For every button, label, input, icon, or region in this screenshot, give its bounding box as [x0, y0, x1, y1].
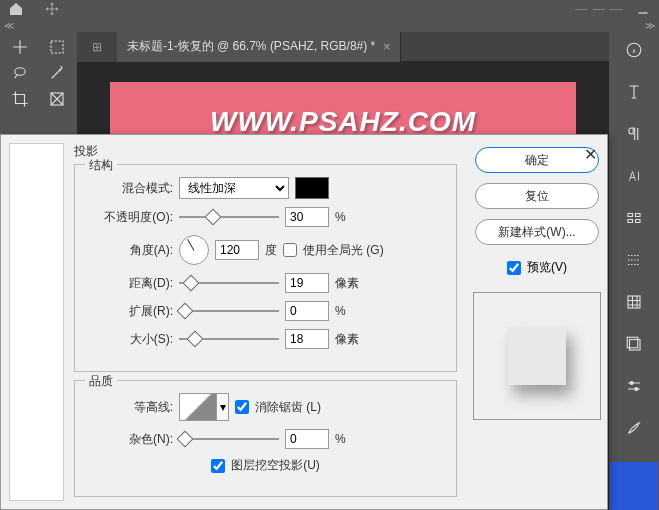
style-list[interactable] [9, 143, 64, 501]
move-cross-icon[interactable] [44, 1, 60, 17]
angle-dial[interactable] [179, 235, 209, 265]
angle-input[interactable] [215, 240, 259, 260]
structure-fieldset: 结构 混合模式: 线性加深 不透明度(O): % 角度(A): 度 [74, 164, 457, 372]
angle-unit: 度 [265, 242, 277, 259]
size-unit: 像素 [335, 331, 359, 348]
glyph-icon[interactable] [620, 162, 648, 190]
ok-button[interactable]: 确定 [475, 147, 599, 173]
wand-tool[interactable] [39, 60, 75, 86]
lasso-tool[interactable] [2, 60, 38, 86]
contour-label: 等高线: [85, 399, 173, 416]
noise-slider[interactable] [179, 432, 279, 446]
opacity-unit: % [335, 210, 346, 224]
spread-unit: % [335, 304, 346, 318]
svg-rect-13 [627, 337, 638, 348]
quality-fieldset: 品质 等高线: ▾ 消除锯齿 (L) 杂色(N): % [74, 380, 457, 497]
crop-tool[interactable] [2, 86, 38, 112]
paragraph-icon[interactable] [620, 120, 648, 148]
size-label: 大小(S): [85, 331, 173, 348]
blend-mode-label: 混合模式: [85, 180, 173, 197]
quality-label: 品质 [85, 373, 117, 390]
chevron-left-icon[interactable]: ≪ [4, 20, 14, 31]
new-style-button[interactable]: 新建样式(W)... [475, 219, 599, 245]
sub-header: ≪ ≫ [0, 18, 659, 32]
svg-rect-11 [628, 296, 640, 308]
minimize-icon[interactable] [635, 1, 651, 17]
global-light-label: 使用全局光 (G) [303, 242, 384, 259]
brush-icon[interactable] [620, 414, 648, 442]
swatches-icon[interactable] [620, 288, 648, 316]
blend-mode-select[interactable]: 线性加深 [179, 177, 289, 199]
structure-label: 结构 [85, 157, 117, 174]
preview-checkbox[interactable] [507, 261, 521, 275]
move-tool[interactable] [2, 34, 38, 60]
noise-label: 杂色(N): [85, 431, 173, 448]
chevron-down-icon[interactable]: ▾ [217, 393, 229, 421]
distance-unit: 像素 [335, 275, 359, 292]
noise-unit: % [335, 432, 346, 446]
info-icon[interactable] [620, 36, 648, 64]
tab-options-icon[interactable]: ⊞ [77, 32, 117, 62]
svg-rect-0 [51, 41, 63, 53]
angle-label: 角度(A): [85, 242, 173, 259]
adjustments-icon[interactable] [620, 372, 648, 400]
home-icon[interactable] [8, 1, 24, 17]
shadow-color-swatch[interactable] [295, 177, 329, 199]
close-icon[interactable]: × [383, 40, 390, 54]
history-icon[interactable] [620, 246, 648, 274]
svg-point-14 [630, 382, 633, 385]
distance-slider[interactable] [179, 276, 279, 290]
document-tab[interactable]: 未标题-1-恢复的 @ 66.7% (PSAHZ, RGB/8#) * × [117, 32, 401, 62]
opacity-slider[interactable] [179, 210, 279, 224]
distance-label: 距离(D): [85, 275, 173, 292]
opacity-input[interactable] [285, 207, 329, 227]
antialias-checkbox[interactable] [235, 400, 249, 414]
menu-placeholder: — — — [575, 2, 623, 16]
antialias-label: 消除锯齿 (L) [255, 399, 321, 416]
global-light-checkbox[interactable] [283, 243, 297, 257]
opacity-label: 不透明度(O): [85, 209, 173, 226]
frame-tool[interactable] [39, 86, 75, 112]
knockout-checkbox[interactable] [211, 459, 225, 473]
chevron-right-icon[interactable]: ≫ [645, 20, 655, 31]
marquee-tool[interactable] [39, 34, 75, 60]
contour-swatch[interactable] [179, 393, 217, 421]
noise-input[interactable] [285, 429, 329, 449]
app-topbar: — — — [0, 0, 659, 18]
tab-title: 未标题-1-恢复的 @ 66.7% (PSAHZ, RGB/8#) * [127, 38, 375, 55]
svg-point-15 [635, 388, 638, 391]
spread-input[interactable] [285, 301, 329, 321]
svg-point-1 [15, 68, 26, 76]
text-icon[interactable] [620, 78, 648, 106]
knockout-label: 图层挖空投影(U) [231, 457, 320, 474]
preview-label: 预览(V) [527, 259, 567, 276]
spread-label: 扩展(R): [85, 303, 173, 320]
dialog-title: 投影 [74, 143, 457, 160]
preview-thumbnail [508, 327, 566, 385]
spread-slider[interactable] [179, 304, 279, 318]
align-icon[interactable] [620, 204, 648, 232]
close-icon[interactable]: ✕ [584, 145, 597, 164]
size-input[interactable] [285, 329, 329, 349]
distance-input[interactable] [285, 273, 329, 293]
preview-box [473, 292, 601, 420]
color-swatch[interactable] [610, 462, 658, 510]
right-panel [609, 32, 659, 510]
size-slider[interactable] [179, 332, 279, 346]
layers-icon[interactable] [620, 330, 648, 358]
layer-style-dialog: ✕ 投影 结构 混合模式: 线性加深 不透明度(O): % 角度(A [0, 134, 608, 510]
svg-rect-12 [630, 340, 641, 351]
reset-button[interactable]: 复位 [475, 183, 599, 209]
